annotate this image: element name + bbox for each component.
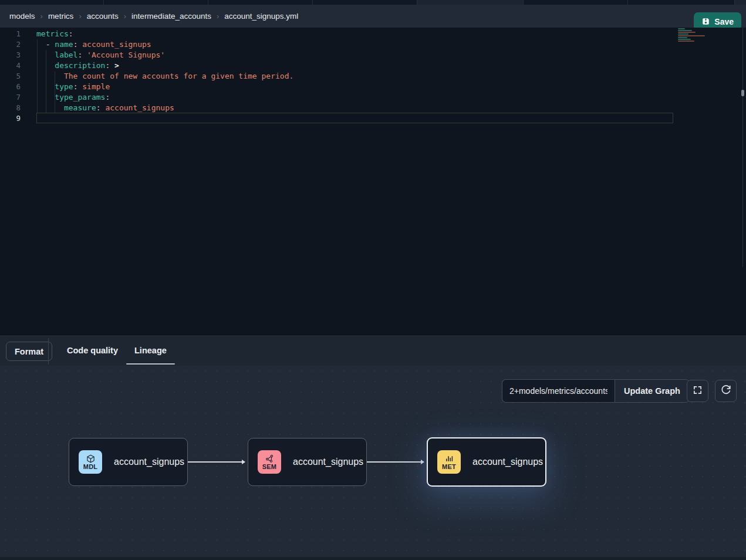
code-text: label: 'Account Signups' bbox=[21, 50, 165, 60]
browser-tab-strip bbox=[0, 0, 746, 5]
lineage-node-met[interactable]: METaccount_signups bbox=[427, 437, 546, 487]
minimap-line bbox=[678, 37, 687, 38]
refresh-button[interactable] bbox=[715, 380, 737, 402]
code-line[interactable]: 3 label: 'Account Signups' bbox=[0, 50, 746, 60]
browser-tab[interactable] bbox=[104, 0, 208, 5]
code-text: type_params: bbox=[21, 92, 110, 103]
browser-tab bbox=[735, 0, 746, 5]
minimap[interactable] bbox=[678, 28, 713, 42]
fullscreen-button[interactable] bbox=[687, 380, 708, 402]
minimap-line bbox=[678, 39, 691, 40]
lineage-node-sem[interactable]: SEMaccount_signups bbox=[248, 438, 367, 486]
minimap-line bbox=[678, 30, 692, 31]
minimap-line bbox=[678, 28, 685, 29]
panel-tabs: Code qualityLineage bbox=[59, 335, 175, 365]
app-window: models›metrics›accounts›intermediate_acc… bbox=[0, 0, 746, 560]
breadcrumb-item[interactable]: models bbox=[9, 12, 35, 21]
minimap-line bbox=[678, 41, 694, 42]
line-number: 9 bbox=[0, 113, 21, 124]
node-label: account_signups bbox=[114, 457, 184, 467]
model-cube-icon bbox=[86, 454, 95, 463]
code-line[interactable]: 9 bbox=[0, 113, 746, 124]
canvas-footer bbox=[0, 557, 746, 560]
semantic-model-icon bbox=[265, 454, 274, 463]
breadcrumb-separator-icon: › bbox=[217, 12, 219, 21]
line-number: 8 bbox=[0, 103, 21, 113]
browser-tab[interactable] bbox=[208, 0, 313, 5]
node-label: account_signups bbox=[293, 457, 363, 467]
minimap-line bbox=[678, 33, 688, 35]
node-label: account_signups bbox=[472, 457, 543, 467]
browser-tab[interactable] bbox=[313, 0, 417, 5]
editor-header: models›metrics›accounts›intermediate_acc… bbox=[0, 5, 746, 28]
minimap-line bbox=[678, 32, 696, 33]
badge-label: MDL bbox=[83, 464, 97, 470]
line-number: 1 bbox=[0, 29, 21, 39]
browser-tab[interactable] bbox=[628, 0, 735, 5]
line-number: 6 bbox=[0, 82, 21, 92]
breadcrumb-separator-icon: › bbox=[40, 12, 43, 21]
format-button[interactable]: Format bbox=[6, 342, 52, 361]
browser-tab[interactable] bbox=[524, 0, 628, 5]
badge-label: SEM bbox=[262, 464, 276, 470]
editor-scrollbar[interactable] bbox=[742, 28, 743, 267]
code-line[interactable]: 4 description: > bbox=[0, 60, 746, 71]
code-lines: 1metrics:2 - name: account_signups3 labe… bbox=[0, 29, 746, 124]
save-icon bbox=[701, 17, 710, 26]
bottom-panel: Format Code qualityLineage Update Graph bbox=[0, 335, 746, 560]
breadcrumb-separator-icon: › bbox=[124, 12, 126, 21]
lineage-filter-input[interactable] bbox=[502, 379, 615, 403]
node-type-badge: MDL bbox=[79, 450, 102, 474]
code-line[interactable]: 5 The count of new accounts for a given … bbox=[0, 71, 746, 82]
breadcrumb-separator-icon: › bbox=[79, 12, 81, 21]
browser-tab[interactable] bbox=[0, 0, 104, 5]
metric-chart-icon bbox=[445, 454, 454, 463]
code-editor[interactable]: 1metrics:2 - name: account_signups3 labe… bbox=[0, 28, 746, 335]
breadcrumb-item[interactable]: intermediate_accounts bbox=[131, 12, 211, 21]
line-number: 4 bbox=[0, 60, 21, 71]
line-number: 2 bbox=[0, 39, 21, 50]
badge-label: MET bbox=[442, 464, 456, 470]
lineage-edge bbox=[188, 461, 245, 463]
scrollbar-thumb[interactable] bbox=[741, 90, 744, 96]
breadcrumb: models›metrics›accounts›intermediate_acc… bbox=[9, 12, 298, 21]
code-text: type: simple bbox=[21, 82, 110, 92]
code-line[interactable]: 1metrics: bbox=[0, 29, 746, 39]
lineage-controls: Update Graph bbox=[502, 379, 690, 403]
code-line[interactable]: 8 measure: account_signups bbox=[0, 103, 746, 113]
code-line[interactable]: 6 type: simple bbox=[0, 82, 746, 92]
divider bbox=[48, 338, 49, 365]
lineage-edge bbox=[367, 461, 424, 463]
refresh-icon bbox=[721, 384, 731, 397]
node-type-badge: MET bbox=[437, 450, 461, 474]
minimap-line bbox=[678, 35, 705, 36]
line-number: 7 bbox=[0, 92, 21, 103]
code-line[interactable]: 2 - name: account_signups bbox=[0, 39, 746, 50]
code-text: The count of new accounts for a given ti… bbox=[21, 71, 293, 82]
lineage-node-mdl[interactable]: MDLaccount_signups bbox=[69, 438, 188, 486]
breadcrumb-item[interactable]: metrics bbox=[48, 12, 74, 21]
update-graph-button[interactable]: Update Graph bbox=[615, 379, 690, 403]
code-line[interactable]: 7 type_params: bbox=[0, 92, 746, 103]
tab-lineage[interactable]: Lineage bbox=[126, 335, 175, 365]
node-type-badge: SEM bbox=[258, 450, 281, 474]
breadcrumb-item[interactable]: accounts bbox=[87, 12, 119, 21]
save-button-label: Save bbox=[714, 17, 734, 26]
breadcrumb-item[interactable]: account_signups.yml bbox=[224, 12, 298, 21]
fullscreen-icon bbox=[693, 385, 703, 397]
browser-tab-active[interactable] bbox=[417, 0, 524, 5]
line-number: 3 bbox=[0, 50, 21, 60]
tab-code-quality[interactable]: Code quality bbox=[59, 335, 126, 365]
code-text bbox=[21, 113, 36, 124]
code-text: description: > bbox=[21, 60, 119, 71]
code-text: metrics: bbox=[21, 29, 73, 39]
code-text: measure: account_signups bbox=[21, 103, 174, 113]
code-text: - name: account_signups bbox=[21, 39, 151, 50]
line-number: 5 bbox=[0, 71, 21, 82]
